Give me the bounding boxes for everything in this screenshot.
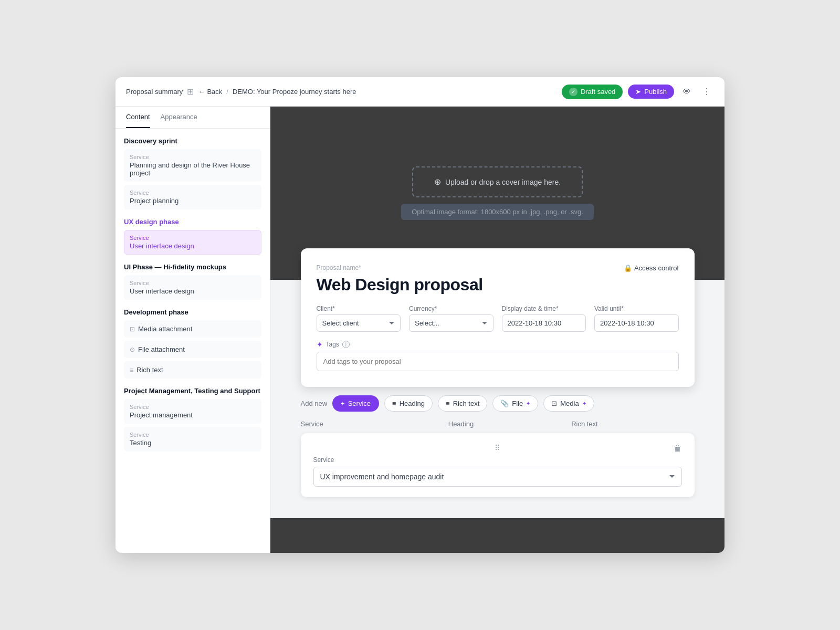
- section-title-ui-phase: UI Phase — Hi-fidelity mockups: [124, 263, 261, 271]
- proposal-label: Proposal summary: [126, 88, 183, 96]
- back-button[interactable]: ← Back: [198, 88, 222, 96]
- access-control[interactable]: 🔒 Access control: [624, 264, 679, 272]
- sidebar-item-richtext[interactable]: ≡ Rich text: [124, 361, 261, 379]
- file-add-icon: 📎: [500, 400, 509, 407]
- info-icon: i: [342, 341, 350, 348]
- currency-select[interactable]: Select...: [409, 314, 494, 332]
- media-sparkle-icon: ✦: [582, 401, 586, 406]
- proposal-name-label: Proposal name*: [317, 264, 361, 271]
- currency-field: Currency* Select...: [409, 305, 494, 332]
- tab-appearance[interactable]: Appearance: [161, 107, 197, 128]
- sidebar-item-ui-design-hifi[interactable]: Service User interface design: [124, 275, 261, 300]
- upload-hint: Optimal image format: 1800x600 px in .jp…: [401, 204, 594, 220]
- display-date-field: Display date & time*: [502, 305, 586, 332]
- sidebar-item-file[interactable]: ⊙ File attachment: [124, 341, 261, 358]
- draft-saved-button[interactable]: ✓ Draft saved: [562, 85, 623, 99]
- heading-icon: ≡: [392, 400, 396, 407]
- currency-label: Currency*: [409, 305, 494, 312]
- lock-icon: 🔒: [624, 264, 632, 272]
- client-select[interactable]: Select client: [317, 314, 401, 332]
- sidebar-content: Discovery sprint Service Planning and de…: [116, 129, 270, 452]
- app-window: Proposal summary ⊞ ← Back / DEMO: Your P…: [116, 77, 724, 553]
- sidebar-item-project-planning[interactable]: Service Project planning: [124, 185, 261, 209]
- sparkle-icon: ✦: [317, 340, 323, 349]
- eye-icon: 👁: [682, 87, 691, 97]
- check-circle-icon: ✓: [569, 88, 578, 96]
- sidebar-item-testing[interactable]: Service Testing: [124, 427, 261, 452]
- add-heading-button[interactable]: ≡ Heading: [384, 395, 433, 412]
- display-date-label: Display date & time*: [502, 305, 586, 312]
- add-media-button[interactable]: ⊡ Media ✦: [543, 395, 594, 412]
- plus-icon: +: [341, 400, 345, 407]
- valid-until-field: Valid until*: [594, 305, 679, 332]
- service-block: ⠿ 🗑 Service UX improvement and homepage …: [301, 433, 695, 497]
- tags-label: ✦ Tags i: [317, 340, 679, 349]
- sidebar-tabs: Content Appearance: [116, 107, 270, 129]
- proposal-card: Proposal name* 🔒 Access control Web Desi…: [301, 248, 695, 387]
- valid-until-input[interactable]: [594, 314, 679, 332]
- sidebar-item-ui-design-ux[interactable]: Service User interface design: [124, 230, 261, 255]
- publish-button[interactable]: ➤ Publish: [628, 85, 674, 99]
- upload-box[interactable]: ⊕ Upload or drop a cover image here.: [412, 166, 583, 197]
- add-file-button[interactable]: 📎 File ✦: [492, 395, 538, 412]
- th-heading: Heading: [448, 420, 571, 428]
- back-arrow-icon: ←: [198, 88, 205, 96]
- tags-section: ✦ Tags i: [317, 340, 679, 371]
- valid-until-label: Valid until*: [594, 305, 679, 312]
- section-title-dev: Development phase: [124, 308, 261, 316]
- richtext-icon: ≡: [130, 366, 133, 374]
- tab-content[interactable]: Content: [126, 107, 150, 128]
- media-icon: ⊡: [130, 326, 135, 333]
- publish-icon: ➤: [635, 88, 641, 96]
- section-title-pm: Project Management, Testing and Support: [124, 387, 261, 395]
- file-sparkle-icon: ✦: [526, 401, 530, 406]
- form-row-client-currency: Client* Select client Currency* Select..…: [317, 305, 679, 332]
- header-left: Proposal summary ⊞ ← Back / DEMO: Your P…: [126, 87, 356, 97]
- client-field: Client* Select client: [317, 305, 401, 332]
- th-richtext: Rich text: [571, 420, 694, 428]
- main-layout: Content Appearance Discovery sprint Serv…: [116, 107, 724, 553]
- tags-input[interactable]: [317, 352, 679, 371]
- dots-icon: ⋮: [702, 87, 711, 97]
- eye-button[interactable]: 👁: [679, 84, 694, 100]
- section-title-discovery: Discovery sprint: [124, 137, 261, 145]
- add-richtext-button[interactable]: ≡ Rich text: [438, 395, 487, 412]
- content-area: ⊕ Upload or drop a cover image here. Opt…: [270, 107, 724, 553]
- add-new-label: Add new: [301, 400, 328, 407]
- media-add-icon: ⊡: [551, 400, 557, 407]
- sidebar-item-planning-design[interactable]: Service Planning and design of the River…: [124, 149, 261, 182]
- service-select-label: Service: [313, 456, 682, 464]
- breadcrumb-separator: /: [226, 88, 228, 96]
- service-block-header: ⠿ 🗑: [313, 444, 682, 452]
- richtext-add-icon: ≡: [446, 400, 450, 407]
- proposal-title[interactable]: Web Design proposal: [317, 275, 679, 295]
- delete-button[interactable]: 🗑: [674, 444, 682, 453]
- sidebar-item-pm[interactable]: Service Project management: [124, 399, 261, 424]
- file-icon: ⊙: [130, 346, 135, 353]
- table-header-row: Service Heading Rich text: [301, 420, 695, 433]
- plus-circle-icon: ⊕: [434, 177, 441, 187]
- service-select[interactable]: UX improvement and homepage audit: [313, 467, 682, 487]
- sidebar-item-media[interactable]: ⊡ Media attachment: [124, 320, 261, 338]
- sidebar-icon[interactable]: ⊞: [187, 87, 194, 97]
- breadcrumb-title: DEMO: Your Propoze journey starts here: [233, 88, 356, 96]
- proposal-card-header: Proposal name* 🔒 Access control: [317, 264, 679, 272]
- add-service-button[interactable]: + Service: [332, 395, 379, 412]
- more-options-button[interactable]: ⋮: [699, 83, 714, 100]
- service-select-wrapper: UX improvement and homepage audit: [313, 467, 682, 487]
- th-service: Service: [301, 420, 448, 428]
- drag-handle[interactable]: ⠿: [495, 444, 501, 452]
- sidebar: Content Appearance Discovery sprint Serv…: [116, 107, 270, 553]
- client-label: Client*: [317, 305, 401, 312]
- display-date-input[interactable]: [502, 314, 586, 332]
- add-new-bar: Add new + Service ≡ Heading ≡ Rich text: [301, 387, 695, 420]
- header-right: ✓ Draft saved ➤ Publish 👁 ⋮: [562, 83, 714, 100]
- section-title-ux: UX design phase: [124, 218, 261, 226]
- header: Proposal summary ⊞ ← Back / DEMO: Your P…: [116, 77, 724, 107]
